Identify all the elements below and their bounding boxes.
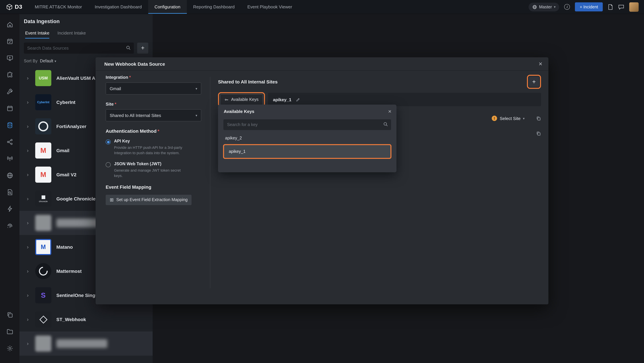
auth-option-api-key[interactable]: API Key Provide an HTTP push API for a 3… (106, 139, 201, 156)
data-source-row[interactable]: ›ST_Webhook (20, 307, 152, 332)
user-avatar[interactable] (629, 2, 639, 11)
tab-incident-intake[interactable]: Incident Intake (58, 30, 86, 38)
site-label: Site* (106, 102, 201, 107)
nav-item[interactable]: Event Playbook Viewer (241, 0, 298, 14)
automation-icon[interactable] (4, 203, 16, 215)
chevron-down-icon: ▾ (196, 113, 197, 117)
chevron-down-icon: ▾ (196, 87, 197, 90)
web-icon[interactable] (4, 169, 16, 181)
auth-option-label: API Key (114, 139, 187, 143)
data-source-name: AlienVault USM An (56, 75, 98, 81)
expand-chevron-icon[interactable]: › (27, 147, 30, 153)
utilities-icon[interactable] (4, 85, 16, 97)
matano-logo-icon: M (35, 239, 51, 255)
file-store-icon[interactable] (4, 326, 16, 338)
sort-by-dropdown[interactable]: Default ▾ (40, 59, 56, 63)
expand-chevron-icon[interactable]: › (27, 196, 30, 202)
document-icon[interactable] (608, 4, 613, 10)
key-icon (224, 97, 229, 102)
data-source-row[interactable]: › (20, 332, 152, 356)
popup-title: Available Keys (224, 109, 254, 114)
copy-icon[interactable] (536, 116, 541, 121)
required-asterisk: * (129, 75, 131, 80)
radio-selected-icon[interactable] (106, 139, 111, 144)
available-keys-label: Available Keys (231, 97, 258, 102)
data-source-name: CyberInt (56, 99, 76, 105)
auth-option-jwt[interactable]: JSON Web Token (JWT) Generate and manage… (106, 162, 201, 179)
sidebar (0, 14, 20, 363)
data-source-name: Gmail V2 (56, 172, 76, 177)
site-select[interactable]: Shared to All Internal Sites ▾ (106, 109, 201, 121)
calendar-icon[interactable] (4, 102, 16, 114)
tab-event-intake[interactable]: Event Intake (25, 30, 50, 38)
expand-chevron-icon[interactable]: › (27, 75, 30, 81)
select-site-dropdown[interactable]: Select Site ▾ (500, 116, 524, 121)
data-ingestion-icon[interactable] (4, 119, 16, 131)
logo-text: D3 (15, 3, 22, 10)
expand-chevron-icon[interactable]: › (27, 292, 30, 298)
nav-item[interactable]: MITRE ATT&CK Monitor (28, 0, 88, 14)
expand-chevron-icon[interactable]: › (27, 268, 30, 274)
expand-chevron-icon[interactable]: › (27, 99, 30, 105)
signal-icon[interactable] (4, 152, 16, 165)
d3-logo[interactable]: D3 (0, 3, 28, 10)
home-icon[interactable] (4, 18, 16, 30)
sort-by-value: Default (40, 59, 53, 63)
search-icon[interactable] (383, 122, 388, 127)
modal-header: New Webhook Data Source × (96, 57, 548, 71)
main-nav: MITRE ATT&CK MonitorInvestigation Dashbo… (28, 0, 298, 14)
search-input[interactable] (24, 42, 134, 54)
highlight-ring: + (527, 75, 541, 89)
search-row: + (20, 38, 152, 54)
add-key-button[interactable]: + (529, 77, 539, 87)
add-data-source-button[interactable]: + (137, 42, 148, 54)
workspaces-icon[interactable] (4, 309, 16, 321)
chevron-down-icon: ▾ (523, 116, 524, 120)
settings-icon[interactable] (4, 342, 16, 354)
schedule-icon[interactable] (4, 35, 16, 47)
close-icon[interactable]: × (388, 109, 392, 114)
integration-label: Integration* (106, 75, 201, 80)
key-search-input[interactable] (224, 119, 391, 130)
expand-chevron-icon[interactable]: › (27, 317, 30, 323)
connections-icon[interactable] (4, 136, 16, 148)
new-incident-button[interactable]: + Incident (575, 2, 603, 11)
fingerprint-icon[interactable] (4, 220, 16, 232)
grid-icon: ⊞ (110, 197, 114, 203)
key-list-item[interactable]: apikey_2 (225, 136, 396, 140)
search-icon[interactable] (126, 45, 131, 50)
chevron-down-icon: ▾ (54, 59, 56, 63)
integration-value: Gmail (110, 86, 121, 91)
expand-chevron-icon[interactable]: › (27, 244, 30, 250)
redacted-name (56, 339, 107, 348)
setup-mapping-label: Set up Event Field Extraction Mapping (116, 198, 188, 202)
expand-chevron-icon[interactable]: › (27, 123, 30, 129)
expand-chevron-icon[interactable]: › (27, 172, 30, 178)
nav-item[interactable]: Investigation Dashboard (88, 0, 148, 14)
integrations-icon[interactable] (4, 69, 16, 81)
investigation-icon[interactable] (4, 186, 16, 198)
close-icon[interactable]: × (539, 61, 542, 67)
available-keys-button[interactable]: Available Keys (220, 94, 263, 105)
forti-logo-icon (35, 118, 51, 134)
nav-item[interactable]: Configuration (148, 0, 187, 14)
setup-mapping-button[interactable]: ⊞ Set up Event Field Extraction Mapping (106, 195, 192, 205)
edit-pencil-icon[interactable] (296, 97, 300, 102)
event-field-mapping-label: Event Field Mapping (106, 184, 201, 190)
copy-icon[interactable] (536, 131, 541, 136)
d3-cube-icon (6, 3, 13, 10)
usm-logo-icon: USM (35, 70, 51, 86)
chat-icon[interactable] (618, 4, 624, 9)
data-source-name: Gmail (56, 148, 70, 153)
playbook-viewer-icon[interactable] (4, 52, 16, 64)
expand-chevron-icon[interactable]: › (27, 220, 30, 226)
info-icon[interactable]: i (564, 4, 570, 10)
gmail-logo-icon: M (35, 167, 51, 183)
key-list-item-highlighted[interactable]: apikey_1 (223, 144, 392, 159)
radio-unselected-icon[interactable] (106, 162, 111, 167)
site-selector[interactable]: Master ▾ (528, 2, 559, 11)
integration-select[interactable]: Gmail ▾ (106, 82, 201, 94)
expand-chevron-icon[interactable]: › (27, 341, 30, 347)
modal-title: New Webhook Data Source (104, 61, 165, 66)
nav-item[interactable]: Reporting Dashboard (187, 0, 241, 14)
